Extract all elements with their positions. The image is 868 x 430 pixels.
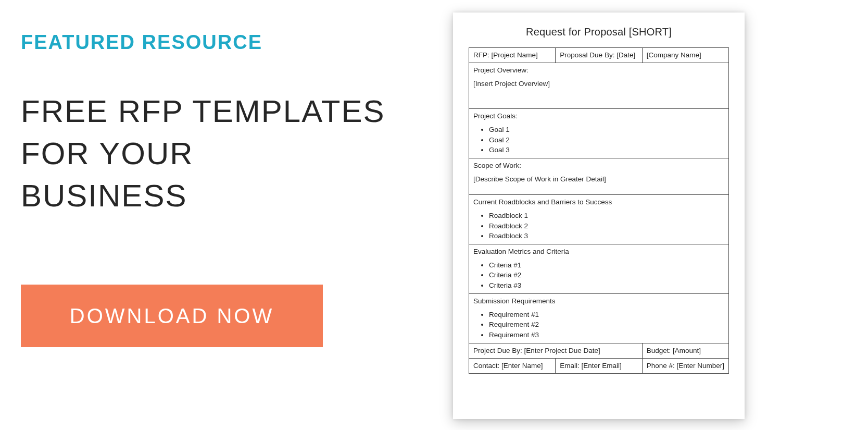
criteria-heading: Evaluation Metrics and Criteria bbox=[473, 247, 724, 256]
overview-heading: Project Overview: bbox=[473, 66, 724, 75]
list-item: Criteria #2 bbox=[489, 271, 724, 280]
headline-line-2: FOR YOUR bbox=[21, 136, 194, 171]
headline: FREE RFP TEMPLATES FOR YOUR BUSINESS bbox=[21, 90, 411, 217]
rfp-project-name-cell: RFP: [Project Name] bbox=[469, 48, 556, 63]
list-item: Goal 2 bbox=[489, 136, 724, 145]
email-cell: Email: [Enter Email] bbox=[556, 358, 642, 373]
roadblocks-heading: Current Roadblocks and Barriers to Succe… bbox=[473, 198, 724, 207]
list-item: Roadblock 1 bbox=[489, 211, 724, 220]
featured-resource-label: FEATURED RESOURCE bbox=[21, 31, 411, 54]
list-item: Requirement #1 bbox=[489, 310, 724, 320]
company-name-cell: [Company Name] bbox=[642, 48, 728, 63]
preview-column: Request for Proposal [SHORT] RFP: [Proje… bbox=[432, 0, 868, 430]
overview-body: [Insert Project Overview] bbox=[473, 79, 724, 89]
headline-line-1: FREE RFP TEMPLATES bbox=[21, 94, 385, 129]
phone-cell: Phone #: [Enter Number] bbox=[642, 358, 728, 373]
roadblocks-list: Roadblock 1 Roadblock 2 Roadblock 3 bbox=[473, 211, 724, 241]
document-title: Request for Proposal [SHORT] bbox=[469, 26, 729, 38]
scope-row: Scope of Work: [Describe Scope of Work i… bbox=[469, 158, 729, 195]
proposal-due-by-cell: Proposal Due By: [Date] bbox=[556, 48, 642, 63]
promo-column: FEATURED RESOURCE FREE RFP TEMPLATES FOR… bbox=[0, 0, 432, 430]
list-item: Criteria #1 bbox=[489, 261, 724, 270]
project-due-by-cell: Project Due By: [Enter Project Due Date] bbox=[469, 343, 643, 358]
rfp-table: RFP: [Project Name] Proposal Due By: [Da… bbox=[469, 47, 729, 374]
contact-cell: Contact: [Enter Name] bbox=[469, 358, 556, 373]
list-item: Roadblock 2 bbox=[489, 222, 724, 231]
document-preview: Request for Proposal [SHORT] RFP: [Proje… bbox=[453, 13, 745, 419]
submission-list: Requirement #1 Requirement #2 Requiremen… bbox=[473, 310, 724, 340]
header-row: RFP: [Project Name] Proposal Due By: [Da… bbox=[469, 48, 729, 63]
list-item: Roadblock 3 bbox=[489, 231, 724, 241]
roadblocks-row: Current Roadblocks and Barriers to Succe… bbox=[469, 195, 729, 244]
list-item: Criteria #3 bbox=[489, 281, 724, 290]
goals-list: Goal 1 Goal 2 Goal 3 bbox=[473, 125, 724, 155]
list-item: Requirement #3 bbox=[489, 330, 724, 340]
submission-heading: Submission Requirements bbox=[473, 297, 724, 306]
criteria-row: Evaluation Metrics and Criteria Criteria… bbox=[469, 244, 729, 293]
budget-cell: Budget: [Amount] bbox=[642, 343, 728, 358]
footer-row-2: Contact: [Enter Name] Email: [Enter Emai… bbox=[469, 358, 729, 373]
download-now-button[interactable]: DOWNLOAD NOW bbox=[21, 285, 323, 347]
list-item: Requirement #2 bbox=[489, 320, 724, 329]
list-item: Goal 3 bbox=[489, 145, 724, 155]
criteria-list: Criteria #1 Criteria #2 Criteria #3 bbox=[473, 261, 724, 290]
scope-body: [Describe Scope of Work in Greater Detai… bbox=[473, 175, 724, 184]
submission-row: Submission Requirements Requirement #1 R… bbox=[469, 293, 729, 343]
scope-heading: Scope of Work: bbox=[473, 161, 724, 170]
goals-row: Project Goals: Goal 1 Goal 2 Goal 3 bbox=[469, 109, 729, 158]
footer-row-1: Project Due By: [Enter Project Due Date]… bbox=[469, 343, 729, 358]
goals-heading: Project Goals: bbox=[473, 112, 724, 121]
page-container: FEATURED RESOURCE FREE RFP TEMPLATES FOR… bbox=[0, 0, 868, 430]
headline-line-3: BUSINESS bbox=[21, 178, 187, 213]
overview-row: Project Overview: [Insert Project Overvi… bbox=[469, 63, 729, 109]
list-item: Goal 1 bbox=[489, 125, 724, 134]
